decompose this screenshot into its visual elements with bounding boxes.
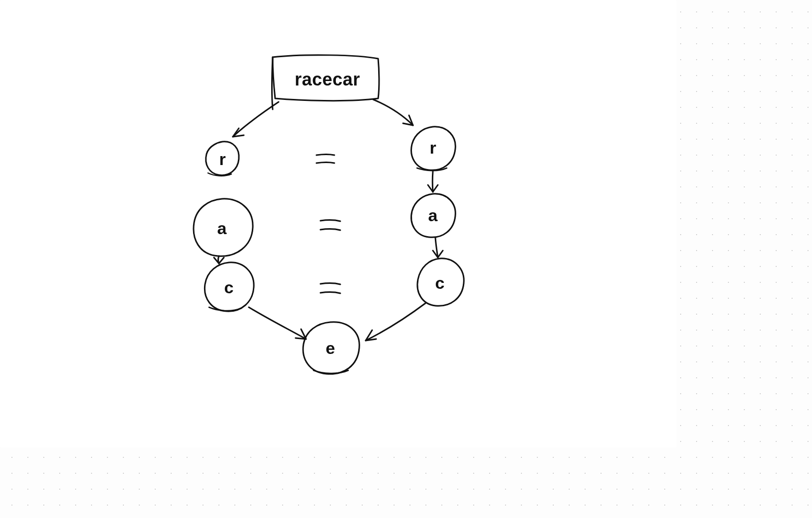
equals-3 — [320, 283, 340, 293]
word-label: racecar — [295, 69, 360, 90]
arrow-left-c-to-e — [249, 307, 306, 339]
equals-1 — [316, 155, 334, 164]
arrow-word-to-left-r — [233, 102, 279, 137]
arrow-word-to-right-r — [373, 99, 413, 125]
arrow-right-r-to-a — [428, 172, 438, 192]
equals-2 — [320, 220, 340, 230]
arrow-right-a-to-c — [433, 238, 443, 258]
middle-letter-e: e — [326, 339, 335, 358]
left-letter-r: r — [219, 150, 225, 169]
palindrome-diagram — [0, 0, 677, 447]
right-letter-r: r — [429, 138, 436, 158]
left-letter-a: a — [217, 219, 227, 238]
arrow-right-c-to-e — [366, 303, 425, 341]
left-letter-c: c — [224, 278, 234, 297]
right-letter-c: c — [435, 273, 445, 293]
arrow-left-a-to-c — [214, 256, 224, 263]
right-letter-a: a — [428, 206, 438, 225]
